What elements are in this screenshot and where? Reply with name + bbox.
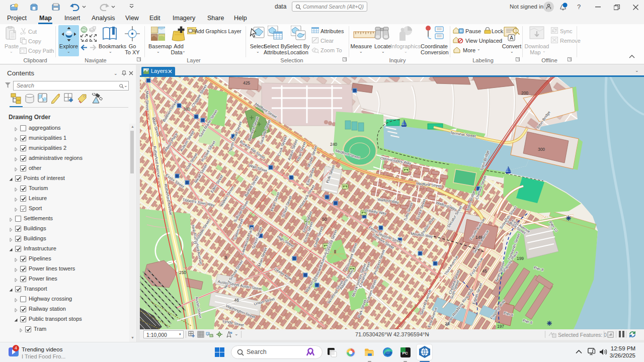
svg-text:300: 300 — [538, 147, 545, 152]
svg-text:PC: PC — [403, 351, 408, 355]
svg-text:N: N — [230, 331, 232, 334]
svg-text:50: 50 — [322, 217, 327, 222]
svg-text:9: 9 — [225, 255, 227, 260]
svg-text:250: 250 — [179, 270, 186, 275]
svg-text:46: 46 — [234, 298, 239, 303]
svg-text:197: 197 — [497, 324, 504, 329]
svg-text:A: A — [510, 35, 514, 41]
svg-text:380: 380 — [183, 107, 190, 112]
svg-text:240: 240 — [330, 142, 337, 147]
svg-text:24: 24 — [445, 321, 450, 326]
svg-text:425: 425 — [243, 80, 250, 85]
svg-text:45: 45 — [482, 268, 487, 274]
svg-text:149: 149 — [475, 235, 482, 240]
svg-text:199: 199 — [517, 256, 524, 261]
svg-text:Main Street: Main Street — [145, 91, 149, 111]
svg-text:200: 200 — [521, 90, 528, 96]
